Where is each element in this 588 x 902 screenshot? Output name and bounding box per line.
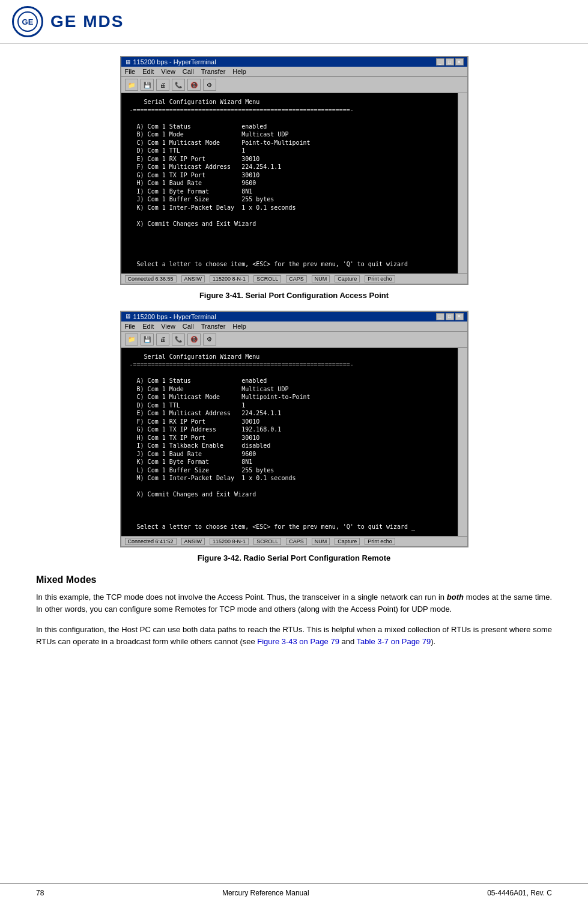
toolbar2-btn-4[interactable]: 📞 <box>172 334 185 346</box>
footer-page-number: 78 <box>36 889 44 897</box>
toolbar-btn-5[interactable]: 📵 <box>187 79 201 91</box>
status2-ansiw: ANSIW <box>181 538 205 545</box>
menu-call[interactable]: Call <box>183 68 194 75</box>
terminal2-toolbar: 📁 💾 🖨 📞 📵 ⚙ <box>121 332 467 348</box>
menu2-view[interactable]: View <box>161 323 175 330</box>
figure2-terminal: 🖥 115200 bps - HyperTerminal _ □ ✕ File … <box>120 311 468 547</box>
menu-edit[interactable]: Edit <box>142 68 154 75</box>
terminal1-titlebar: 🖥 115200 bps - HyperTerminal _ □ ✕ <box>121 57 467 67</box>
minimize-button[interactable]: _ <box>436 58 444 66</box>
toolbar-btn-4[interactable]: 📞 <box>172 79 185 91</box>
terminal2-controls[interactable]: _ □ ✕ <box>436 313 464 320</box>
toolbar2-btn-5[interactable]: 📵 <box>187 334 201 346</box>
terminal2-menubar: File Edit View Call Transfer Help <box>121 321 467 332</box>
header: GE GE MDS <box>0 0 588 44</box>
ge-logo: GE <box>12 6 43 37</box>
close-button[interactable]: ✕ <box>455 58 464 66</box>
main-content: 🖥 115200 bps - HyperTerminal _ □ ✕ File … <box>0 44 588 680</box>
status-capture: Capture <box>335 275 360 282</box>
status-ansiw: ANSIW <box>181 275 205 282</box>
menu-file[interactable]: File <box>125 68 136 75</box>
terminal2-titlebar: 🖥 115200 bps - HyperTerminal _ □ ✕ <box>121 312 467 321</box>
status2-baud: 115200 8-N-1 <box>210 538 249 545</box>
terminal1-title: 115200 bps - HyperTerminal <box>133 58 216 66</box>
terminal1-statusbar: Connected 6:36:55 ANSIW 115200 8-N-1 SCR… <box>121 273 467 284</box>
figure1-caption: Figure 3-41. Serial Port Configuration A… <box>36 291 552 300</box>
terminal2-statusbar: Connected 6:41:52 ANSIW 115200 8-N-1 SCR… <box>121 536 467 546</box>
status2-connected: Connected 6:41:52 <box>125 538 177 545</box>
minimize-button-2[interactable]: _ <box>436 313 444 320</box>
terminal1-body: Serial Configuration Wizard Menu -======… <box>121 93 467 273</box>
menu2-file[interactable]: File <box>125 323 136 330</box>
mixed-modes-paragraph2: In this configuration, the Host PC can u… <box>36 624 552 648</box>
figure-link[interactable]: Figure 3-43 on Page 79 <box>257 637 339 646</box>
toolbar2-btn-1[interactable]: 📁 <box>125 334 138 346</box>
toolbar-btn-6[interactable]: ⚙ <box>203 79 216 91</box>
terminal1-controls[interactable]: _ □ ✕ <box>436 58 464 66</box>
terminal1-toolbar: 📁 💾 🖨 📞 📵 ⚙ <box>121 77 467 93</box>
footer-right: 05-4446A01, Rev. C <box>487 889 552 897</box>
terminal2-body: Serial Configuration Wizard Menu -======… <box>121 348 467 536</box>
company-name: GE MDS <box>50 12 124 31</box>
status-num: NUM <box>312 275 330 282</box>
terminal2-screen: Serial Configuration Wizard Menu -======… <box>121 348 458 536</box>
status-caps: CAPS <box>286 275 307 282</box>
status-baud: 115200 8-N-1 <box>210 275 249 282</box>
status-connected: Connected 6:36:55 <box>125 275 177 282</box>
terminal2-content: Serial Configuration Wizard Menu -======… <box>126 353 453 531</box>
menu-help[interactable]: Help <box>232 68 246 75</box>
terminal1-scrollbar[interactable] <box>458 93 467 273</box>
terminal1-icon: 🖥 <box>125 59 131 66</box>
maximize-button-2[interactable]: □ <box>446 313 454 320</box>
terminal2-title: 115200 bps - HyperTerminal <box>133 313 216 320</box>
menu2-call[interactable]: Call <box>183 323 194 330</box>
status2-caps: CAPS <box>286 538 307 545</box>
terminal2-icon: 🖥 <box>125 313 131 320</box>
menu-view[interactable]: View <box>161 68 175 75</box>
menu-transfer[interactable]: Transfer <box>201 68 226 75</box>
toolbar2-btn-2[interactable]: 💾 <box>141 334 154 346</box>
status2-printecho: Print echo <box>365 538 395 545</box>
menu2-transfer[interactable]: Transfer <box>201 323 226 330</box>
both-emphasis: both <box>447 593 464 602</box>
toolbar-btn-2[interactable]: 💾 <box>141 79 154 91</box>
terminal2-scrollbar[interactable] <box>458 348 467 536</box>
toolbar-btn-1[interactable]: 📁 <box>125 79 138 91</box>
toolbar-btn-3[interactable]: 🖨 <box>156 79 169 91</box>
status-printecho: Print echo <box>365 275 395 282</box>
mixed-modes-heading: Mixed Modes <box>36 574 552 585</box>
toolbar2-btn-6[interactable]: ⚙ <box>203 334 216 346</box>
terminal1-screen: Serial Configuration Wizard Menu -======… <box>121 93 458 273</box>
maximize-button[interactable]: □ <box>446 58 454 66</box>
toolbar2-btn-3[interactable]: 🖨 <box>156 334 169 346</box>
mixed-modes-paragraph1: In this example, the TCP mode does not i… <box>36 591 552 615</box>
terminal1-content: Serial Configuration Wizard Menu -======… <box>126 98 453 269</box>
close-button-2[interactable]: ✕ <box>455 313 464 320</box>
terminal1-menubar: File Edit View Call Transfer Help <box>121 67 467 77</box>
status-scroll: SCROLL <box>253 275 281 282</box>
table-link[interactable]: Table 3-7 on Page 79 <box>357 637 431 646</box>
figure1-terminal: 🖥 115200 bps - HyperTerminal _ □ ✕ File … <box>120 56 468 285</box>
figure2-caption: Figure 3-42. Radio Serial Port Configura… <box>36 553 552 562</box>
status2-num: NUM <box>312 538 330 545</box>
footer: 78 Mercury Reference Manual 05-4446A01, … <box>0 883 588 902</box>
status2-scroll: SCROLL <box>253 538 281 545</box>
footer-center: Mercury Reference Manual <box>222 889 309 897</box>
status2-capture: Capture <box>335 538 360 545</box>
svg-text:GE: GE <box>22 17 34 26</box>
menu2-help[interactable]: Help <box>232 323 246 330</box>
menu2-edit[interactable]: Edit <box>142 323 154 330</box>
